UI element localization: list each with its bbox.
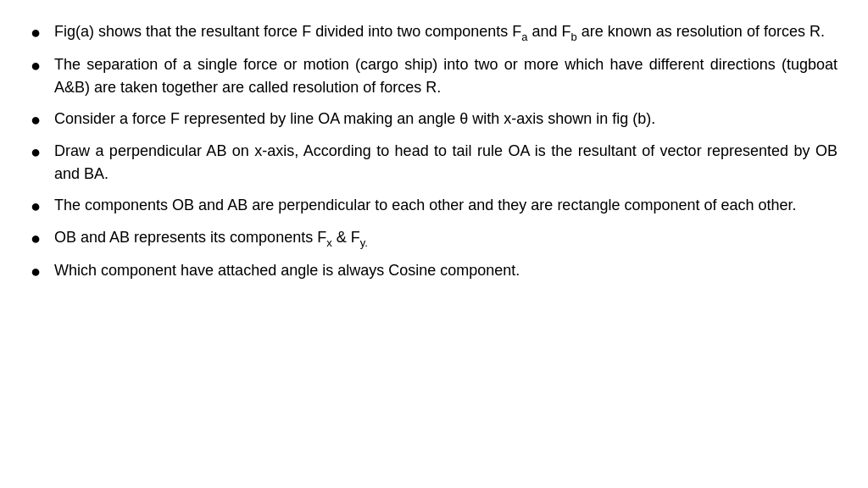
bullet-list: ●Fig(a) shows that the resultant force F…: [31, 20, 837, 283]
bullet-icon-5: ●: [31, 194, 54, 218]
list-item-text-1: Fig(a) shows that the resultant force F …: [54, 20, 837, 45]
list-item-6: ●OB and AB represents its components Fx …: [31, 226, 837, 251]
bullet-icon-3: ●: [31, 108, 54, 131]
bullet-icon-7: ●: [31, 259, 54, 283]
list-item-text-2: The separation of a single force or moti…: [54, 53, 837, 99]
list-item-2: ●The separation of a single force or mot…: [31, 53, 837, 99]
list-item-3: ●Consider a force F represented by line …: [31, 108, 837, 131]
list-item-text-4: Draw a perpendicular AB on x-axis, Accor…: [54, 140, 837, 186]
list-item-text-6: OB and AB represents its components Fx &…: [54, 226, 837, 251]
list-item-text-5: The components OB and AB are perpendicul…: [54, 194, 837, 217]
bullet-icon-4: ●: [31, 140, 54, 164]
list-item-text-3: Consider a force F represented by line O…: [54, 108, 837, 130]
list-item-text-7: Which component have attached angle is a…: [54, 259, 837, 282]
bullet-icon-1: ●: [31, 20, 54, 44]
bullet-icon-2: ●: [31, 53, 54, 77]
list-item-4: ●Draw a perpendicular AB on x-axis, Acco…: [31, 140, 837, 186]
list-item-7: ●Which component have attached angle is …: [31, 259, 837, 283]
list-item-1: ●Fig(a) shows that the resultant force F…: [31, 20, 837, 45]
content-area: ●Fig(a) shows that the resultant force F…: [0, 0, 868, 312]
list-item-5: ●The components OB and AB are perpendicu…: [31, 194, 837, 218]
bullet-icon-6: ●: [31, 226, 54, 250]
